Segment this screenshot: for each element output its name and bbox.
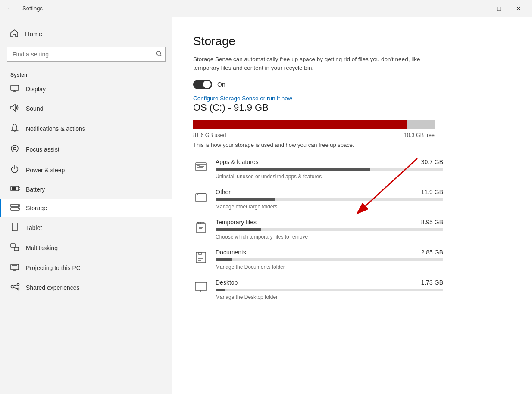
svg-rect-49: [195, 282, 207, 290]
desktop-item-header: Desktop 1.73 GB: [216, 279, 443, 286]
maximize-button[interactable]: □: [489, 2, 509, 16]
desktop-bar: [216, 289, 443, 291]
docs-item-desc: Manage the Documents folder: [216, 264, 285, 270]
titlebar: ← Settings — □ ✕: [0, 0, 532, 17]
storage-bar-container: [193, 120, 435, 129]
svg-rect-45: [199, 252, 201, 254]
storage-item-desktop[interactable]: Desktop 1.73 GB Manage the Desktop folde…: [193, 279, 443, 301]
docs-item-body: Documents 2.85 GB Manage the Documents f…: [216, 249, 443, 270]
sidebar-item-focus[interactable]: Focus assist: [0, 139, 172, 160]
temp-item-body: Temporary files 8.95 GB Choose which tem…: [216, 219, 443, 240]
docs-bar: [216, 258, 443, 261]
notifications-icon: [10, 124, 19, 134]
search-button[interactable]: [156, 51, 162, 58]
storage-bar-used: [193, 120, 407, 129]
drive-title: OS (C:) - 91.9 GB: [193, 102, 511, 113]
toggle-state-label: On: [217, 81, 225, 88]
temp-item-size: 8.95 GB: [421, 219, 443, 226]
sidebar-item-notifications[interactable]: Notifications & actions: [0, 118, 172, 139]
svg-rect-2: [11, 85, 19, 90]
svg-rect-21: [11, 264, 19, 270]
apps-item-header: Apps & features 30.7 GB: [216, 158, 443, 165]
svg-point-15: [18, 205, 19, 206]
battery-icon: [10, 186, 19, 193]
sidebar-item-power[interactable]: Power & sleep: [0, 160, 172, 180]
storage-bar: [193, 120, 435, 129]
desktop-item-desc: Manage the Desktop folder: [216, 294, 278, 300]
svg-point-16: [18, 208, 19, 209]
home-icon: [10, 29, 18, 38]
desktop-item-size: 1.73 GB: [421, 279, 443, 286]
system-section-label: System: [0, 68, 172, 80]
minimize-button[interactable]: —: [469, 2, 489, 16]
desktop-bar-fill: [216, 289, 225, 291]
sidebar-item-display[interactable]: Display: [0, 80, 172, 99]
svg-point-7: [13, 147, 16, 150]
search-input[interactable]: [7, 47, 166, 62]
storage-item-other[interactable]: Other 11.9 GB Manage other large folders: [193, 189, 443, 210]
other-icon: [193, 189, 209, 205]
sidebar-item-sound[interactable]: Sound: [0, 99, 172, 118]
sidebar-battery-label: Battery: [26, 186, 45, 193]
svg-point-26: [17, 284, 19, 286]
sidebar-search-container: [7, 47, 166, 62]
free-label: 10.3 GB free: [404, 132, 435, 138]
storage-labels: 81.6 GB used 10.3 GB free: [193, 132, 435, 138]
storage-item-docs[interactable]: Documents 2.85 GB Manage the Documents f…: [193, 249, 443, 270]
desktop-item-body: Desktop 1.73 GB Manage the Desktop folde…: [216, 279, 443, 301]
other-bar-fill: [216, 198, 275, 201]
svg-rect-20: [14, 247, 19, 251]
storage-icon: [10, 204, 19, 212]
storage-bar-free: [407, 120, 435, 129]
desktop-icon: [193, 280, 209, 295]
apps-icon: [193, 159, 209, 175]
power-icon: [10, 165, 19, 175]
multitasking-icon: [10, 243, 19, 253]
apps-item-size: 30.7 GB: [421, 158, 443, 165]
main-content: Storage Storage Sense can automatically …: [172, 17, 532, 394]
temp-item-header: Temporary files 8.95 GB: [216, 219, 443, 226]
temp-bar: [216, 228, 443, 231]
sidebar-tablet-label: Tablet: [26, 224, 42, 231]
desktop-item-name: Desktop: [216, 279, 238, 286]
sidebar-item-storage[interactable]: Storage: [0, 199, 172, 217]
configure-link[interactable]: Configure Storage Sense or run it now: [193, 95, 292, 102]
sidebar-item-home[interactable]: Home: [0, 24, 172, 43]
temp-icon: [193, 220, 209, 235]
other-item-size: 11.9 GB: [421, 189, 443, 195]
storage-item-apps[interactable]: Apps & features 30.7 GB Uninstall unused…: [193, 158, 443, 180]
sound-icon: [10, 104, 19, 113]
svg-rect-12: [12, 187, 16, 190]
apps-bar-fill: [216, 168, 370, 171]
svg-line-29: [13, 287, 17, 289]
docs-item-size: 2.85 GB: [421, 249, 443, 256]
temp-bar-fill: [216, 228, 261, 231]
shared-icon: [10, 283, 19, 292]
storage-sense-toggle[interactable]: [193, 80, 212, 89]
sidebar-item-shared[interactable]: Shared experiences: [0, 278, 172, 298]
svg-point-25: [11, 286, 13, 288]
sidebar-home-label: Home: [25, 30, 42, 37]
svg-line-28: [13, 285, 17, 286]
sidebar-shared-label: Shared experiences: [26, 284, 80, 291]
storage-usage-desc: This is how your storage is used and how…: [193, 142, 435, 148]
sidebar-item-tablet[interactable]: Tablet: [0, 217, 172, 238]
sidebar-display-label: Display: [26, 86, 46, 93]
sidebar-power-label: Power & sleep: [26, 167, 65, 174]
sidebar-item-battery[interactable]: Battery: [0, 180, 172, 199]
sidebar-item-multitasking[interactable]: Multitasking: [0, 238, 172, 258]
sidebar-focus-label: Focus assist: [26, 146, 59, 153]
storage-item-temp[interactable]: Temporary files 8.95 GB Choose which tem…: [193, 219, 443, 240]
back-button[interactable]: ←: [3, 3, 17, 14]
other-item-body: Other 11.9 GB Manage other large folders: [216, 189, 443, 210]
apps-item-name: Apps & features: [216, 158, 259, 165]
display-icon: [10, 85, 19, 93]
docs-item-header: Documents 2.85 GB: [216, 249, 443, 256]
sidebar-projecting-label: Projecting to this PC: [26, 264, 81, 271]
svg-point-6: [11, 145, 18, 152]
app-title: Settings: [22, 5, 43, 12]
close-button[interactable]: ✕: [509, 2, 529, 16]
svg-line-1: [160, 55, 162, 56]
other-item-header: Other 11.9 GB: [216, 189, 443, 195]
sidebar-item-projecting[interactable]: Projecting to this PC: [0, 258, 172, 278]
